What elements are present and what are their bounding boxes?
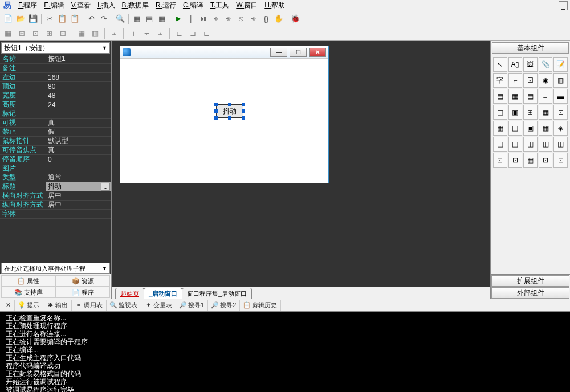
menu-T[interactable]: T.工具 [207,1,233,10]
component-button[interactable]: ⊡ [493,153,507,168]
property-row[interactable]: 图片 [0,164,111,173]
property-value[interactable]: 24 [46,100,111,109]
component-button[interactable]: ◈ [553,121,568,136]
component-button[interactable]: ▦ [539,121,553,136]
toolbar-button[interactable]: ⏯ [198,13,209,24]
component-button[interactable]: ▬ [553,89,568,104]
property-value[interactable]: 通常 [46,173,111,182]
toolbar-button[interactable]: ▥ [89,28,101,39]
toolbar-button[interactable]: ⎆ [248,13,259,24]
toolbar-button[interactable]: 📂 [15,13,26,24]
property-value[interactable]: 默认型 [46,137,111,145]
property-row[interactable]: 纵向对齐方式居中 [0,201,111,210]
menu-E[interactable]: E.编辑 [40,1,67,10]
property-value[interactable] [46,64,111,72]
property-value[interactable]: 0 [46,155,111,164]
property-value[interactable] [46,164,111,173]
selection-handle-e[interactable] [242,109,245,113]
form-client-area[interactable]: 抖动 [120,59,328,183]
component-button[interactable]: ◉ [539,73,553,88]
palette-section[interactable]: 外部组件 [491,287,569,299]
property-value[interactable]: 居中 [46,201,111,209]
component-button[interactable]: ◫ [523,137,538,152]
minimize-button[interactable]: _ [559,1,568,10]
component-button[interactable]: ⊡ [553,153,568,168]
toolbar-button[interactable]: 📋 [69,13,80,24]
doc-tab[interactable]: _启动窗口 [144,288,182,299]
property-row[interactable]: 标题抖动... [0,182,111,191]
output-tab[interactable]: 💡提示 [15,300,43,311]
property-row[interactable]: 类型通常 [0,173,111,182]
form-close-button[interactable]: ✕ [309,48,326,57]
selection-handle-w[interactable] [214,109,218,113]
form-designer[interactable]: — ☐ ✕ 抖动 [112,41,490,287]
component-button[interactable]: ◫ [539,137,553,152]
component-button[interactable]: ◫ [493,137,507,152]
component-button[interactable]: ◫ [508,121,523,136]
output-tab[interactable]: 🔍监视表 [107,300,141,311]
menu-B[interactable]: B.数据库 [119,1,152,10]
property-row[interactable]: 标记 [0,109,111,119]
component-button[interactable]: ⫠ [539,89,553,104]
toolbar-button[interactable]: ⎆ [223,13,234,24]
menu-I[interactable]: I.插入 [94,1,119,10]
toolbar-button[interactable]: ▦ [2,28,14,39]
component-button[interactable]: ◫ [508,137,523,152]
toolbar-button[interactable]: ⊏ [173,28,185,39]
property-value[interactable] [46,109,111,118]
toolbar-button[interactable]: 💾 [27,13,39,24]
toolbar-button[interactable]: ↷ [98,13,109,24]
doc-tab[interactable]: 起始页 [115,288,144,299]
output-tab[interactable]: ✱输出 [43,300,72,311]
output-tab[interactable]: 🔎搜寻2 [208,300,240,311]
doc-tab[interactable]: 窗口程序集_启动窗口 [182,288,252,299]
component-button[interactable]: 字 [493,73,507,88]
toolbar-button[interactable]: ⊡ [30,28,41,39]
property-value[interactable]: 48 [46,91,111,100]
toolbar-button[interactable]: ▶ [173,13,184,24]
toolbar-button[interactable]: ⊡ [57,28,68,39]
toolbar-button[interactable]: ⊏ [201,28,212,39]
menu-C[interactable]: C.编译 [180,1,207,10]
component-button[interactable]: ▣ [508,105,523,120]
component-button[interactable]: ☑ [523,73,538,88]
design-form-window[interactable]: — ☐ ✕ 抖动 [120,46,329,183]
menu-W[interactable]: W.窗口 [233,1,261,10]
left-tab-支持库[interactable]: 📚支持库 [1,287,56,298]
property-grid[interactable]: 名称按钮1备注左边168顶边80宽度48高度24标记可视真禁止假鼠标指针默认型可… [0,55,111,263]
property-value[interactable]: 168 [46,73,111,81]
output-tab[interactable]: ≡调用表 [72,300,107,311]
toolbar-button[interactable]: ▦ [131,13,142,24]
property-row[interactable]: 停留顺序0 [0,155,111,164]
event-combo[interactable]: 在此处选择加入事件处理子程 ▼ [1,263,110,274]
component-button[interactable]: ▥ [553,73,568,88]
component-button[interactable]: 📎 [539,57,553,72]
component-button[interactable]: ◫ [553,137,568,152]
selection-handle-ne[interactable] [242,103,245,106]
property-row[interactable]: 可视真 [0,119,111,128]
component-button[interactable]: ⊞ [523,105,538,120]
toolbar-button[interactable]: ⫠ [108,28,120,39]
component-button[interactable]: ▣ [523,121,538,136]
toolbar-button[interactable]: 🐞 [290,13,301,24]
property-value[interactable]: 真 [46,146,111,154]
toolbar-button[interactable]: 📄 [2,13,14,24]
component-button[interactable]: A▯ [508,57,523,72]
component-button[interactable]: 📝 [553,57,568,72]
toolbar-button[interactable]: ▦ [156,13,168,24]
component-button[interactable]: ↖ [493,57,507,72]
property-value[interactable]: 真 [46,119,111,127]
toolbar-button[interactable]: 🔍 [115,13,126,24]
toolbar-button[interactable]: ⎋ [235,13,247,24]
left-tab-程序[interactable]: 📄程序 [56,287,111,298]
property-value[interactable]: 抖动... [46,182,111,191]
property-row[interactable]: 备注 [0,64,111,73]
menu-R[interactable]: R.运行 [152,1,180,10]
form-minimize-button[interactable]: — [270,48,287,57]
palette-header[interactable]: 基本组件 [492,42,569,54]
object-selector[interactable]: 按钮1（按钮） ▼ [1,42,110,54]
selection-handle-sw[interactable] [214,116,218,120]
component-button[interactable]: ⊡ [539,153,553,168]
toolbar-button[interactable]: ⊞ [43,28,55,39]
output-tab[interactable]: ✦变量表 [141,300,176,311]
